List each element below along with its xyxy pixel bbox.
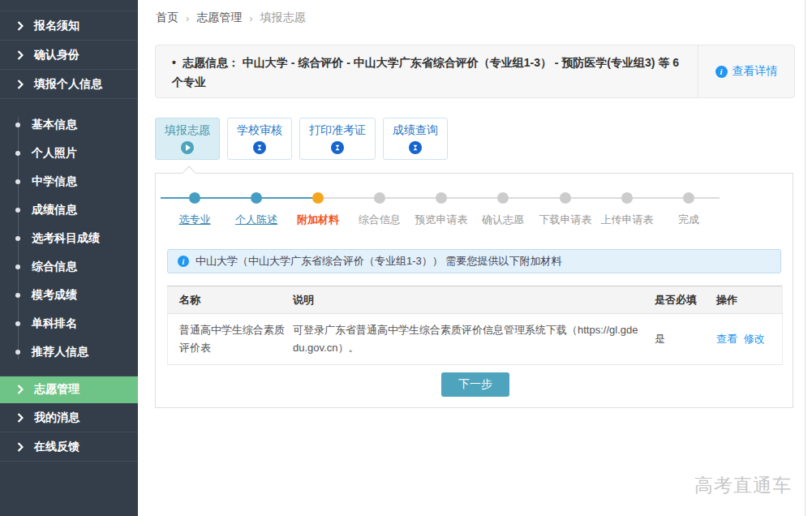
step-dot [189,192,200,204]
sidebar-item-label: 模考成绩 [32,288,77,303]
sidebar-top-group: 报名须知 确认身份 填报个人信息 [0,11,138,99]
tab-label: 成绩查询 [393,123,438,138]
bullet-icon [15,123,20,127]
sidebar-item-elective-scores[interactable]: 选考科目成绩 [0,224,138,252]
info-icon: i [715,66,728,78]
progress-stepper: 选专业 个人陈述 附加材料 综合信息 预览申请表 确认志愿 下载申请表 上传申请… [156,174,793,230]
sidebar-item-label: 在线反馈 [34,440,79,454]
step-select-major[interactable]: 选专业 [164,192,226,227]
sidebar-item-label: 我的消息 [34,411,79,425]
bullet-icon [15,264,20,269]
bullet-icon [15,293,20,298]
sidebar-item-my-messages[interactable]: 我的消息 [0,403,138,432]
sidebar-item-personal-info[interactable]: 填报个人信息 [0,70,138,99]
sidebar-item-label: 中学信息 [32,174,77,189]
sidebar-item-label: 选考科目成绩 [32,231,100,246]
sidebar-item-subject-rank[interactable]: 单科排名 [0,309,138,338]
step-confirm-volunteer: 确认志愿 [472,192,534,227]
step-dot [683,192,694,204]
chevron-right-icon [17,413,24,423]
bullet-icon [15,236,20,241]
play-icon [181,141,194,154]
bullet-icon [15,350,20,355]
tab-fill-volunteer[interactable]: 填报志愿 [155,118,220,160]
hourglass-icon [331,141,344,154]
bullet-icon [15,208,20,213]
sidebar-item-volunteer-management[interactable]: 志愿管理 [0,376,138,403]
next-step-button[interactable]: 下一步 [441,372,509,397]
sidebar-item-label: 综合信息 [32,260,77,274]
sidebar-item-score-info[interactable]: 成绩信息 [0,196,138,224]
bullet-icon [15,321,20,326]
watermark-text: 高考直通车 [694,473,792,498]
breadcrumb-current-page: 填报志愿 [260,11,306,25]
chevron-right-icon [17,442,24,452]
sidebar-item-recommender-info[interactable]: 推荐人信息 [0,338,138,366]
sidebar-item-school-info[interactable]: 中学信息 [0,167,138,196]
bullet-icon: • [172,56,176,69]
tab-print-admission-ticket[interactable]: 打印准考证 [299,118,376,160]
chevron-right-icon [17,80,24,89]
header-required: 是否必填 [655,286,716,314]
materials-required-text: 中山大学（中山大学广东省综合评价（专业组1-3）） 需要您提供以下附加材料 [195,254,561,269]
tab-score-query[interactable]: 成绩查询 [383,118,448,160]
step-additional-materials: 附加材料 [287,192,349,227]
chevron-right-icon [17,385,24,394]
step-dot [621,192,633,204]
step-comprehensive-info: 综合信息 [349,192,410,227]
cell-material-required: 是 [655,314,716,365]
sidebar-item-label: 填报个人信息 [34,77,102,92]
step-download-application: 下载申请表 [535,192,596,227]
materials-required-banner: i 中山大学（中山大学广东省综合评价（专业组1-3）） 需要您提供以下附加材料 [167,249,781,273]
sidebar-item-photo[interactable]: 个人照片 [0,139,138,167]
step-dot [560,192,571,204]
step-complete: 完成 [658,192,720,227]
info-icon: i [178,256,189,267]
table-header-row: 名称 说明 是否必填 操作 [168,286,783,314]
tab-label: 学校审核 [237,123,282,138]
breadcrumb: 首页 › 志愿管理 › 填报志愿 [156,11,306,25]
view-link[interactable]: 查看 [716,333,737,345]
header-actions: 操作 [716,286,783,314]
section-tabs: 填报志愿 学校审核 打印准考证 成绩查询 [155,118,448,160]
modify-link[interactable]: 修改 [744,333,765,345]
sidebar-item-label: 推荐人信息 [32,345,88,359]
step-personal-statement[interactable]: 个人陈述 [226,192,287,227]
tab-school-review[interactable]: 学校审核 [227,118,292,160]
step-preview-application: 预览申请表 [410,192,472,227]
breadcrumb-volunteer-management[interactable]: 志愿管理 [196,11,242,25]
header-name: 名称 [168,286,294,314]
sidebar-item-online-feedback[interactable]: 在线反馈 [0,432,138,462]
bullet-icon [15,151,20,156]
sidebar-bottom-group: 志愿管理 我的消息 在线反馈 [0,376,138,462]
sidebar-item-mock-scores[interactable]: 模考成绩 [0,281,138,309]
step-dot [497,192,509,204]
volunteer-info-text-wrap: •志愿信息： 中山大学 - 综合评价 - 中山大学广东省综合评价（专业组1-3）… [156,45,698,97]
sidebar-item-confirm-identity[interactable]: 确认身份 [0,41,138,70]
view-details-link[interactable]: i 查看详情 [698,45,794,97]
sidebar-item-label: 单科排名 [32,316,77,331]
cell-actions: 查看 修改 [716,314,783,365]
header-description: 说明 [293,286,655,314]
volunteer-info-box: •志愿信息： 中山大学 - 综合评价 - 中山大学广东省综合评价（专业组1-3）… [155,45,795,98]
sidebar-item-label: 志愿管理 [34,382,79,397]
sidebar-item-signup-notice[interactable]: 报名须知 [0,11,138,41]
chevron-right-icon [17,50,24,60]
cell-material-description: 可登录广东省普通高中学生综合素质评价信息管理系统下载（https://gl.gd… [293,314,655,365]
breadcrumb-home[interactable]: 首页 [156,11,178,25]
breadcrumb-separator-icon: › [249,12,252,24]
step-dot [251,192,262,204]
table-row: 普通高中学生综合素质评价表 可登录广东省普通高中学生综合素质评价信息管理系统下载… [168,314,783,365]
chevron-right-icon [17,21,24,31]
sidebar-item-label: 报名须知 [34,19,79,33]
sidebar-item-comprehensive-info[interactable]: 综合信息 [0,252,138,281]
tab-label: 打印准考证 [309,123,366,138]
materials-table: 名称 说明 是否必填 操作 普通高中学生综合素质评价表 可登录广东省普通高中学生… [167,286,783,365]
sidebar-item-label: 基本信息 [32,118,77,132]
main-panel: 选专业 个人陈述 附加材料 综合信息 预览申请表 确认志愿 下载申请表 上传申请… [155,173,793,408]
sidebar-item-basic-info[interactable]: 基本信息 [0,110,138,139]
step-upload-application: 上传申请表 [596,192,658,227]
panel-pointer-arrow [182,166,196,174]
volunteer-info-text: 志愿信息： 中山大学 - 综合评价 - 中山大学广东省综合评价（专业组1-3） … [172,56,679,88]
page-edge-divider [805,0,806,516]
